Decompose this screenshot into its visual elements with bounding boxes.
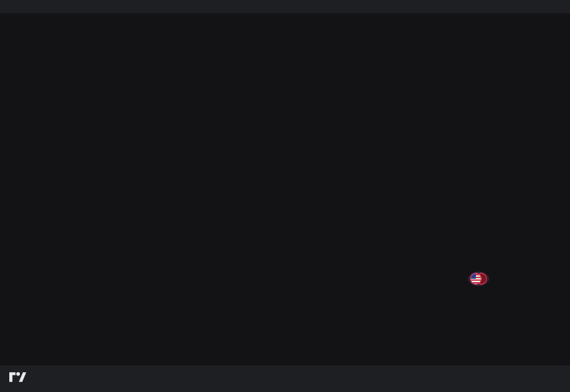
vwap-legend-row [8, 26, 13, 36]
tradingview-logo-icon [9, 371, 27, 383]
us-flag-event-icon[interactable] [467, 271, 490, 287]
title-bar [0, 0, 570, 13]
tradingview-logo[interactable] [9, 371, 32, 383]
chart-area [0, 13, 570, 366]
footer-bar [0, 366, 570, 392]
tradingview-chart-snapshot [0, 0, 570, 392]
main-legend [8, 17, 13, 36]
symbol-legend-row [8, 17, 13, 26]
price-rsi-chart-canvas[interactable] [0, 13, 570, 366]
rsi-legend [8, 287, 17, 295]
